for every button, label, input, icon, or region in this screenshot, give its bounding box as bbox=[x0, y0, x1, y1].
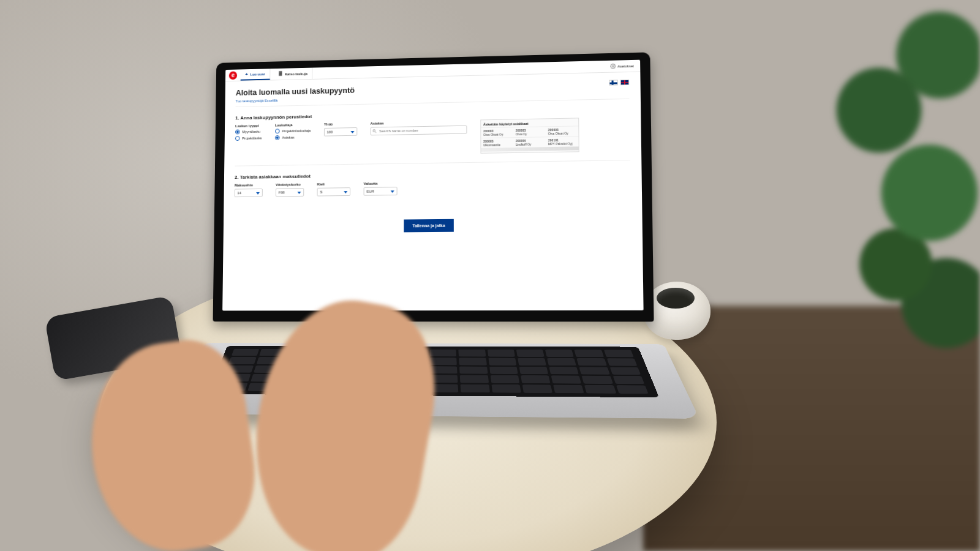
customer-search-input[interactable] bbox=[370, 126, 467, 136]
app-screen: e + Luo uusi ≣ Katso laskuja Asetukset bbox=[222, 60, 643, 311]
penalty-label: Viivästyskorko bbox=[276, 182, 304, 186]
field-currency: Valuutta EUR bbox=[364, 181, 398, 195]
radio-project-invoice[interactable]: Projektilasku bbox=[235, 136, 262, 141]
language-select[interactable]: S bbox=[317, 187, 351, 196]
invoicer-label: Laskuttaja bbox=[275, 123, 311, 127]
language-flag-en[interactable] bbox=[620, 80, 629, 85]
settings-link[interactable]: Asetukset bbox=[610, 63, 636, 69]
tab-create-new-label: Luo uusi bbox=[251, 72, 265, 76]
tab-view-invoices[interactable]: ≣ Katso laskuja bbox=[274, 68, 313, 80]
field-penalty-interest: Viivästyskorko F08 bbox=[276, 182, 304, 197]
radio-customer-invoicer[interactable]: Asiakas bbox=[275, 135, 311, 140]
radio-project-invoicer[interactable]: Projektinlaskuttaja bbox=[275, 128, 311, 133]
field-invoicer: Laskuttaja Projektinlaskuttaja Asiakas bbox=[275, 123, 311, 140]
company-label: Yhtiö bbox=[324, 122, 357, 126]
radio-icon bbox=[235, 130, 240, 135]
radio-sales-invoice[interactable]: Myyntilasku bbox=[235, 129, 262, 135]
radio-icon bbox=[275, 129, 280, 133]
customer-label: Asiakas bbox=[371, 120, 467, 126]
radio-project-invoice-label: Projektilasku bbox=[242, 136, 262, 140]
field-language: Kieli S bbox=[317, 182, 351, 196]
payment-terms-select[interactable]: 14 bbox=[235, 189, 263, 197]
invoice-type-label: Laskun tyyppi bbox=[235, 124, 262, 128]
settings-label: Asetukset bbox=[617, 64, 634, 68]
recent-customer-item[interactable]: 200005Ulkomaantie bbox=[481, 137, 513, 148]
language-label: Kieli bbox=[317, 182, 351, 186]
radio-project-invoicer-label: Projektinlaskuttaja bbox=[282, 129, 311, 133]
recent-customer-item[interactable]: 200003Oiva Oksat Oy bbox=[481, 127, 513, 138]
radio-sales-invoice-label: Myyntilasku bbox=[242, 130, 260, 133]
recent-customer-item[interactable]: 200003Oiva Oksat Oy bbox=[546, 126, 578, 137]
field-payment-terms: Maksuehto 14 bbox=[235, 183, 263, 197]
save-continue-button[interactable]: Tallenna ja jatka bbox=[404, 219, 454, 233]
recent-customer-item[interactable]: 200006Lindkoff Oy bbox=[513, 137, 546, 148]
import-excel-link[interactable]: Tuo laskupyyntöjä Excelillä bbox=[236, 99, 278, 103]
gear-icon bbox=[610, 64, 616, 69]
search-icon bbox=[372, 129, 377, 133]
page-title: Aloita luomalla uusi laskupyyntö bbox=[236, 86, 355, 97]
field-invoice-type: Laskun tyyppi Myyntilasku Projektilasku bbox=[235, 124, 262, 141]
list-icon: ≣ bbox=[278, 72, 282, 77]
currency-label: Valuutta bbox=[364, 181, 398, 186]
company-select[interactable]: 100 bbox=[324, 127, 357, 137]
radio-customer-invoicer-label: Asiakas bbox=[282, 136, 294, 140]
plus-icon: + bbox=[245, 72, 248, 77]
payment-terms-label: Maksuehto bbox=[235, 183, 263, 187]
penalty-select[interactable]: F08 bbox=[276, 188, 304, 197]
svg-point-0 bbox=[612, 66, 613, 67]
field-customer: Asiakas bbox=[370, 120, 467, 135]
tab-create-new[interactable]: + Luo uusi bbox=[241, 69, 270, 80]
tab-view-invoices-label: Katso laskuja bbox=[285, 72, 307, 76]
recent-customer-item[interactable]: 200003Oiva Oy bbox=[513, 126, 546, 137]
radio-icon bbox=[275, 135, 280, 140]
field-company: Yhtiö 100 bbox=[324, 122, 357, 136]
radio-icon bbox=[235, 136, 240, 141]
recent-customer-item[interactable]: 200101MPY Palvelut Oyj bbox=[546, 136, 579, 147]
currency-select[interactable]: EUR bbox=[364, 187, 398, 195]
language-flag-fi[interactable] bbox=[609, 80, 617, 85]
app-logo: e bbox=[229, 71, 237, 80]
section-2-title: 2. Tarkista asiakkaan maksutiedot bbox=[235, 169, 630, 180]
recent-customers-panel-wrap: Äskettäin käytetyt asiakkaat 200003Oiva … bbox=[480, 118, 579, 153]
recent-customers-panel: Äskettäin käytetyt asiakkaat 200003Oiva … bbox=[480, 118, 579, 153]
